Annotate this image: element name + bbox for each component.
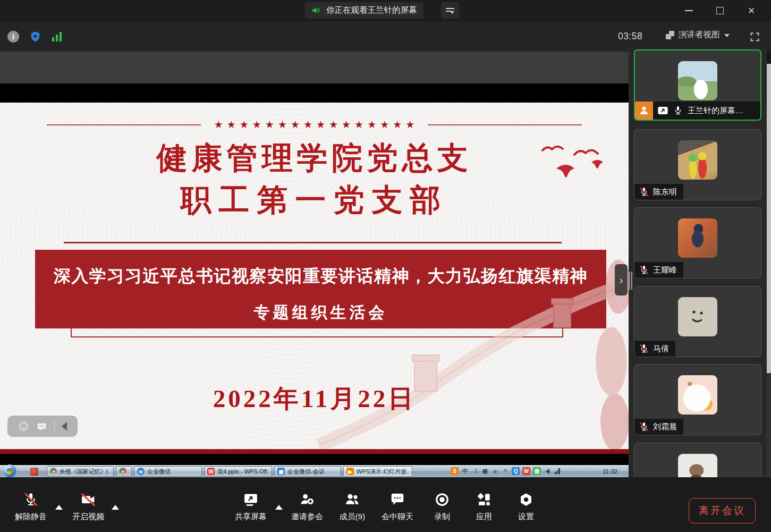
screen-share-icon	[657, 105, 668, 116]
system-tray: S中☽▦≡^QW微	[451, 467, 561, 475]
participant-tile[interactable]: 刘霜晨	[634, 364, 761, 435]
info-icon[interactable]: i	[7, 31, 19, 43]
taskbar-window-button[interactable]: 央视《国家记忆》| …	[47, 466, 114, 477]
minimize-icon	[685, 10, 693, 11]
sidebar-collapse-handle[interactable]: ›	[615, 264, 628, 295]
security-shield-icon[interactable]	[29, 30, 41, 43]
participants-sidebar: 王兰针的屏幕… 陈东明 王耀峰 马倩 刘霜晨	[629, 48, 767, 485]
windows-start-button[interactable]	[3, 465, 16, 478]
mic-muted-icon	[639, 421, 649, 432]
control-label: 开启视频	[72, 512, 104, 522]
chat-bubble-icon[interactable]	[36, 421, 47, 432]
background-window-sliver[interactable]	[767, 64, 771, 373]
red-stars: ★★★★★★★★★★★★★★★★	[210, 119, 419, 131]
network-signal-icon[interactable]	[52, 32, 62, 41]
letterbox-top	[0, 83, 629, 103]
tray-icon[interactable]: W	[522, 467, 530, 475]
apps-icon	[476, 491, 492, 508]
participant-tile[interactable]: 王兰针的屏幕…	[634, 49, 761, 121]
view-mode-label: 演讲者视图	[679, 29, 720, 40]
participant-name: 马倩	[653, 344, 669, 354]
expand-options-caret[interactable]	[275, 505, 283, 510]
background-window-sliver-dark	[767, 373, 771, 477]
tray-icon[interactable]: ▦	[481, 467, 489, 475]
wpp-icon: ▶	[346, 468, 354, 475]
minimize-button[interactable]	[681, 3, 697, 18]
layout-icon	[666, 31, 674, 39]
wecom-icon: w	[137, 468, 145, 475]
leave-meeting-button[interactable]: 离开会议	[689, 498, 756, 523]
apps-button[interactable]: 应用	[464, 491, 504, 522]
participant-avatar	[678, 61, 717, 100]
mic-on-icon	[673, 105, 683, 116]
expand-options-caret[interactable]	[55, 505, 63, 510]
taskbar-window-button[interactable]	[116, 466, 132, 477]
tray-volume-icon[interactable]	[544, 467, 551, 475]
taskbar-window-button[interactable]: ▶WPS演示 幻灯片放...	[343, 466, 412, 477]
shared-screen-stage: ★★★★★★★★★★★★★★★★ 健康管理学院党总支 职工第一党支部 深入学习习…	[0, 52, 629, 477]
tray-icon[interactable]: S	[451, 467, 459, 475]
tray-icon[interactable]: ≡	[492, 467, 499, 475]
sidebar-resize-handle[interactable]	[629, 272, 633, 290]
close-button[interactable]: ✕	[743, 3, 759, 18]
caret-down-icon	[724, 34, 730, 37]
mic-muted-icon	[639, 343, 649, 354]
participant-name-bar: 王耀峰	[634, 262, 683, 278]
taskbar-window-button[interactable]: w企业微信	[134, 466, 202, 477]
chat-button[interactable]: 会中聊天	[374, 491, 421, 522]
participant-name-bar: 刘霜晨	[634, 419, 683, 435]
share-screen-icon	[243, 491, 259, 508]
speaker-icon	[311, 5, 321, 15]
chat-icon	[389, 491, 405, 508]
control-label: 会中聊天	[382, 512, 413, 522]
mic-muted-icon	[639, 265, 649, 275]
control-label: 应用	[476, 512, 492, 522]
person-plus-icon	[299, 491, 315, 508]
participant-name: 陈东明	[653, 187, 677, 197]
invite-button[interactable]: 邀请参会	[283, 491, 332, 522]
collapse-left-icon[interactable]	[62, 422, 67, 430]
slide-bottom-stripe	[0, 449, 629, 454]
participant-name: 刘霜晨	[653, 422, 677, 432]
share-screen-button[interactable]: 共享屏幕	[227, 491, 274, 522]
participant-name: 王耀峰	[653, 265, 677, 275]
taskbar-button-label: 央视《国家记忆》| …	[60, 468, 111, 476]
participant-name-bar: 马倩	[634, 341, 675, 357]
taskbar-window-button[interactable]: W党4.pptx - WPS Off...	[204, 466, 272, 477]
taskbar-button-label: 企业微信-会议	[287, 468, 325, 476]
unmute-button[interactable]: 解除静音	[7, 491, 54, 522]
tray-network-icon[interactable]	[554, 467, 561, 475]
tray-icon[interactable]: 微	[533, 467, 541, 475]
tray-icon[interactable]: ^	[502, 467, 509, 475]
tray-icon[interactable]: Q	[512, 467, 520, 475]
maximize-button[interactable]	[712, 3, 728, 18]
participant-tile[interactable]: 王耀峰	[634, 207, 761, 278]
control-label: 录制	[434, 512, 450, 522]
meeting-header-bar	[0, 21, 771, 52]
fullscreen-button[interactable]	[749, 31, 760, 43]
expand-options-caret[interactable]	[112, 505, 119, 510]
meeting-app-window: 你正在观看王兰针的屏幕 ✕ i 03:58 演讲者视图 ★★★★★★★★★★★★…	[0, 0, 771, 532]
taskbar-window-button[interactable]: ▣企业微信-会议	[274, 466, 341, 477]
members-button[interactable]: 成员(9)	[329, 491, 376, 522]
pinned-app-icon[interactable]	[30, 468, 38, 476]
camera-muted-icon	[80, 491, 96, 508]
record-button[interactable]: 录制	[422, 491, 462, 522]
start-video-button[interactable]: 开启视频	[64, 491, 113, 522]
caption-queue-button[interactable]	[441, 2, 459, 19]
emoji-smiley-icon[interactable]	[18, 421, 29, 432]
participant-name-bar: 陈东明	[634, 184, 683, 200]
mic-muted-icon	[23, 491, 39, 508]
taskbar-button-label: 党4.pptx - WPS Off...	[217, 468, 269, 476]
watching-banner: 你正在观看王兰针的屏幕	[305, 2, 423, 19]
reaction-toolbar	[7, 416, 78, 437]
settings-button[interactable]: 设置	[506, 491, 546, 522]
participant-tile[interactable]: 陈东明	[634, 129, 761, 200]
participant-tile[interactable]: 马倩	[634, 286, 761, 357]
red-doves-illustration	[523, 141, 608, 191]
tray-icon[interactable]: ☽	[471, 467, 479, 475]
taskbar-button-label: 企业微信	[147, 468, 171, 476]
tray-icon[interactable]: 中	[461, 467, 469, 475]
participant-avatar	[678, 375, 717, 415]
view-mode-selector[interactable]: 演讲者视图	[666, 29, 730, 40]
